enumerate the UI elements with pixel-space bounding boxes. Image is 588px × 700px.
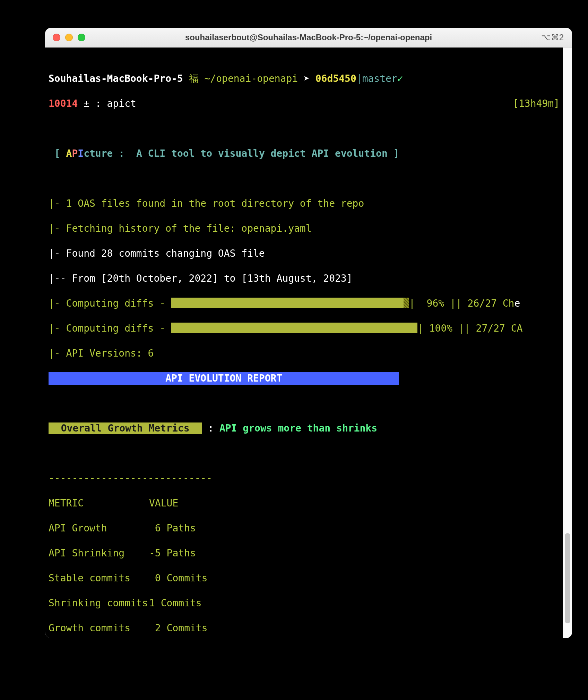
window-shortcut: ⌥⌘2 — [541, 33, 572, 42]
traffic-lights — [45, 34, 85, 41]
line-found-commits: |- Found 28 commits changing OAS file — [49, 248, 265, 259]
hdr-desc: A CLI tool to visually depict API evolut… — [130, 148, 394, 159]
growth-row-1-value: -5 Paths — [149, 547, 196, 559]
growth-divider-top: ---------------------------- — [49, 472, 212, 484]
section-growth-summary: API grows more than shrinks — [219, 422, 377, 434]
terminal-body: Souhailas-MacBook-Pro-5 福 ~/openai-opena… — [45, 48, 572, 638]
zoom-icon[interactable] — [78, 34, 85, 41]
prompt-clock: [13h49m] — [513, 97, 560, 110]
titlebar: souhailaserbout@Souhailas-MacBook-Pro-5:… — [45, 28, 572, 48]
growth-row-4-metric: Growth commits — [49, 622, 149, 634]
line-diff2-tail: | 100% || 27/27 CA — [417, 323, 522, 334]
prompt-pm: ± — [84, 98, 89, 109]
growth-row-3-value: 1 Commits — [149, 597, 202, 609]
prompt-jobcount: 10014 — [49, 98, 78, 109]
line-diff1-tail-b: e — [514, 298, 520, 309]
prompt-cwd: ~/openai-openapi — [204, 73, 298, 84]
terminal-output[interactable]: Souhailas-MacBook-Pro-5 福 ~/openai-opena… — [45, 48, 563, 638]
minimize-icon[interactable] — [65, 34, 73, 41]
scrollbar-thumb[interactable] — [565, 533, 570, 623]
hdr-open: [ — [54, 148, 66, 159]
growth-row-2-value: 0 Commits — [149, 572, 208, 584]
growth-row-0-metric: API Growth — [49, 522, 149, 535]
growth-row-3-metric: Shrinking commits — [49, 597, 149, 609]
progress-shade-1 — [404, 298, 409, 308]
hdr-a: A — [66, 148, 72, 159]
line-diff1-prefix: |- Computing diffs - — [49, 298, 171, 309]
line-diff1-tail-a: | 96% || 26/27 Ch — [409, 298, 514, 309]
prompt-cmd: apict — [107, 98, 136, 109]
progress-bar-1 — [171, 298, 404, 308]
section-growth-colon: : — [208, 422, 219, 434]
section-growth-label: Overall Growth Metrics — [49, 422, 202, 434]
prompt-branch: master — [362, 73, 397, 84]
growth-row-0-value: 6 Paths — [149, 522, 196, 534]
progress-bar-2 — [171, 323, 417, 333]
hdr-i: I — [78, 148, 84, 159]
hdr-colon: : — [113, 148, 130, 159]
growth-row-4-value: 2 Commits — [149, 622, 208, 634]
terminal-window: souhailaserbout@Souhailas-MacBook-Pro-5:… — [45, 28, 572, 638]
prompt-arrow: ➤ — [304, 73, 310, 84]
prompt-sep: | — [356, 73, 362, 84]
prompt-branch-ok: ✓ — [397, 73, 403, 84]
hdr-rest: cture — [84, 148, 113, 159]
line-date-range: |-- From [20th October, 2022] to [13th A… — [49, 273, 353, 284]
scrollbar-track[interactable] — [563, 48, 572, 638]
growth-row-1-metric: API Shrinking — [49, 547, 149, 560]
line-oas-found: |- 1 OAS files found in the root directo… — [49, 198, 364, 209]
growth-hdr-value: VALUE — [149, 497, 178, 509]
line-fetching: |- Fetching history of the file: openapi… — [49, 223, 312, 234]
line-api-versions: |- API Versions: 6 — [49, 348, 154, 359]
prompt-symbol: 福 — [189, 73, 199, 84]
banner-api-evolution: API EVOLUTION REPORT — [49, 372, 399, 385]
line-diff2-prefix: |- Computing diffs - — [49, 323, 171, 334]
prompt-host: Souhailas-MacBook-Pro-5 — [49, 73, 183, 84]
close-icon[interactable] — [53, 34, 60, 41]
prompt-commit: 06d5450 — [315, 73, 356, 84]
hdr-p: P — [72, 148, 78, 159]
growth-hdr-metric: METRIC — [49, 497, 149, 510]
hdr-close: ] — [394, 148, 399, 159]
prompt-colon: : — [95, 98, 101, 109]
window-title: souhailaserbout@Souhailas-MacBook-Pro-5:… — [45, 33, 572, 42]
growth-row-2-metric: Stable commits — [49, 572, 149, 584]
